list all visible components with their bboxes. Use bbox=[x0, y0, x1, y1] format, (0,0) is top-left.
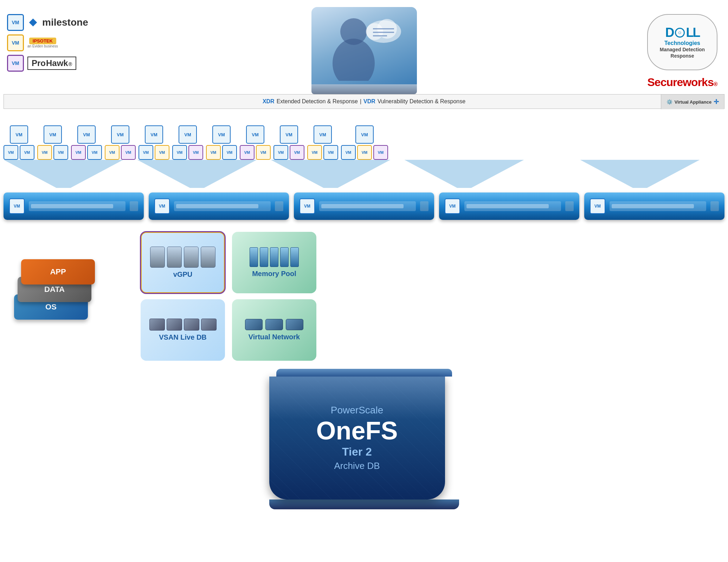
vm-lg-blue: VM bbox=[179, 125, 197, 144]
vm-group-8: VM VM VM bbox=[240, 125, 271, 160]
vm-sm-blue: VM bbox=[4, 145, 18, 160]
vnet-box: Virtual Network bbox=[232, 299, 316, 361]
vm-group-1: VM VM VM bbox=[4, 125, 34, 160]
vm-sm-purple: VM bbox=[240, 145, 255, 160]
vm-sm-purple: VM bbox=[373, 145, 388, 160]
milestone-label: milestone bbox=[42, 17, 88, 28]
svg-marker-9 bbox=[4, 160, 123, 188]
server-bar-4: VM bbox=[439, 192, 579, 220]
server-slot-1 bbox=[130, 201, 138, 211]
vnet-switch bbox=[286, 319, 303, 330]
vm-group-11: VM VM VM VM bbox=[341, 125, 388, 160]
vnet-label: Virtual Network bbox=[249, 333, 300, 341]
onefs-section: PowerScale OneFS Tier 2 Archive DB bbox=[269, 369, 459, 509]
server-vm-5: VM bbox=[590, 198, 605, 214]
vm-sm-blue: VM bbox=[138, 145, 153, 160]
onefs-body: PowerScale OneFS Tier 2 Archive DB bbox=[269, 377, 445, 499]
vm-sm-gold: VM bbox=[37, 145, 52, 160]
onefs-top-shelf bbox=[276, 369, 452, 377]
gpu-cards-graphic bbox=[150, 247, 215, 268]
gpu-card bbox=[150, 247, 165, 268]
memory-pool-box: Memory Pool bbox=[232, 232, 316, 293]
prohawk-row: VM ProHawk® bbox=[7, 55, 88, 72]
server-disk-4 bbox=[464, 201, 561, 211]
vm-sm-blue: VM bbox=[222, 145, 237, 160]
cross-icon: ✛ bbox=[714, 98, 719, 106]
vsan-disk bbox=[149, 319, 165, 331]
vm-groups-section: VM VM VM VM VM VM VM VM VM VM VM VM VM bbox=[4, 109, 724, 160]
vm-sm-blue: VM bbox=[20, 145, 34, 160]
vm-sm-blue: VM bbox=[172, 145, 187, 160]
vm-lg-blue: VM bbox=[212, 125, 231, 144]
vm-sm-blue: VM bbox=[87, 145, 102, 160]
vm-sm-purple: VM bbox=[290, 145, 304, 160]
vm-sm-gold: VM bbox=[155, 145, 169, 160]
vm-sm-blue: VM bbox=[273, 145, 288, 160]
vm-sm-gold: VM bbox=[357, 145, 372, 160]
server-disk-3 bbox=[319, 201, 416, 211]
vm-lg-blue: VM bbox=[44, 125, 62, 144]
top-right-branding: D ○ LL Technologies Managed DetectionRes… bbox=[647, 14, 717, 89]
archive-label: Archive DB bbox=[334, 460, 380, 471]
dell-technologies: Technologies bbox=[664, 40, 700, 46]
ipsotek-label: IPSOTEK bbox=[29, 38, 56, 44]
server-vm-3: VM bbox=[299, 198, 315, 214]
vm-sm-gold: VM bbox=[256, 145, 271, 160]
vm-sm-purple: VM bbox=[71, 145, 86, 160]
vm-badge-gold-1: VM bbox=[7, 34, 24, 51]
xdr-banner: XDR Extended Detection & Response | VDR … bbox=[4, 94, 724, 109]
gpu-card bbox=[201, 247, 215, 268]
server-disk-1 bbox=[29, 201, 125, 211]
powerscale-label: PowerScale bbox=[331, 405, 383, 416]
onefs-label: OneFS bbox=[316, 418, 398, 443]
onefs-bottom-shelf bbox=[269, 499, 459, 509]
vm-sm-purple: VM bbox=[121, 145, 136, 160]
vgpu-label: vGPU bbox=[173, 270, 192, 279]
vm-group-10: VM VM VM bbox=[307, 125, 338, 160]
vdr-text: Vulnerability Detection & Response bbox=[378, 98, 465, 105]
memory-sticks-graphic bbox=[250, 247, 299, 267]
vsan-disks-graphic bbox=[149, 319, 217, 331]
vm-sm-gold: VM bbox=[307, 145, 322, 160]
prohawk-pro: Pro bbox=[32, 58, 46, 68]
vsan-box: VSAN Live DB bbox=[141, 299, 225, 361]
secureworks-reg: ® bbox=[714, 81, 717, 87]
server-bar-1: VM bbox=[4, 192, 144, 220]
mem-stick bbox=[260, 247, 268, 267]
xdr-text: Extended Detection & Response bbox=[277, 98, 358, 105]
vm-sm-gold: VM bbox=[105, 145, 120, 160]
monitor-graphic bbox=[311, 7, 417, 100]
prohawk-box: ProHawk® bbox=[27, 57, 76, 70]
memory-pool-label: Memory Pool bbox=[252, 270, 296, 278]
dell-text: D bbox=[665, 25, 674, 40]
gpu-card bbox=[184, 247, 199, 268]
vm-group-2: VM VM VM bbox=[37, 125, 68, 160]
server-slot-4 bbox=[565, 201, 574, 211]
virtual-appliance-box: ⚙️ Virtual Appliance ✛ bbox=[661, 94, 724, 109]
vm-sm-purple: VM bbox=[188, 145, 203, 160]
separator: | bbox=[360, 98, 361, 105]
server-disk-5 bbox=[610, 201, 706, 211]
vdr-label: VDR bbox=[363, 98, 375, 105]
vsan-disk bbox=[201, 319, 217, 331]
vm-sm-blue: VM bbox=[53, 145, 68, 160]
server-disk-2 bbox=[174, 201, 271, 211]
mem-stick bbox=[270, 247, 278, 267]
svg-marker-10 bbox=[137, 160, 257, 188]
server-bar-3: VM bbox=[294, 192, 434, 220]
xdr-label: XDR bbox=[263, 98, 275, 105]
server-slot-3 bbox=[420, 201, 429, 211]
vm-sm-blue: VM bbox=[341, 145, 356, 160]
mem-stick bbox=[290, 247, 299, 267]
vm-lg-blue: VM bbox=[314, 125, 332, 144]
dell-ll: LL bbox=[686, 25, 700, 40]
vsan-label: VSAN Live DB bbox=[159, 333, 207, 341]
server-vm-4: VM bbox=[445, 198, 460, 214]
server-vm-1: VM bbox=[9, 198, 25, 214]
diamond-icon bbox=[27, 17, 39, 28]
ipsotek-row: VM IPSOTEK an Eviden business bbox=[7, 34, 88, 51]
server-slot-5 bbox=[710, 201, 719, 211]
mem-stick bbox=[250, 247, 258, 267]
vm-group-7: VM VM VM bbox=[206, 125, 237, 160]
vgpu-box: vGPU bbox=[141, 232, 225, 293]
